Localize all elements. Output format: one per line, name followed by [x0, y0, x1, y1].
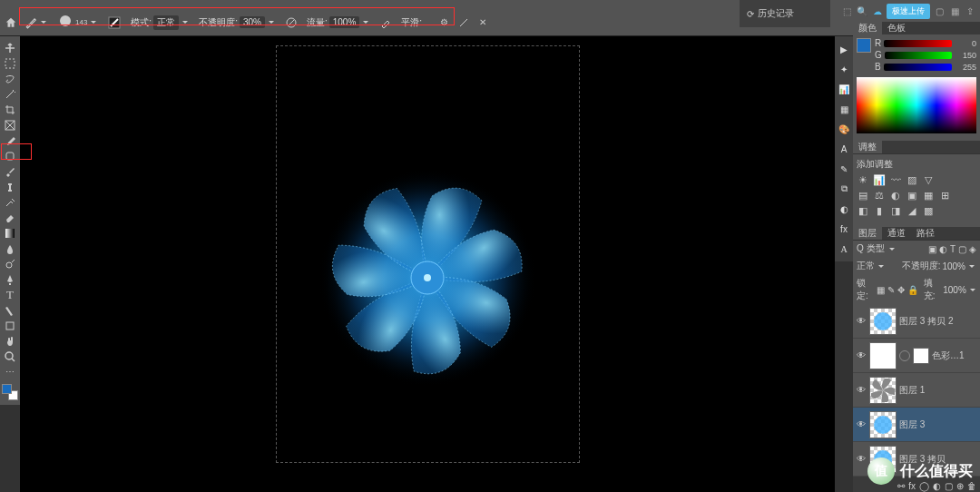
layer-row[interactable]: 👁图层 3: [853, 408, 980, 442]
b-value[interactable]: 255: [955, 63, 976, 72]
swatch-icon[interactable]: 🎨: [837, 122, 851, 136]
tab-paths[interactable]: 路径: [911, 227, 940, 240]
search-icon[interactable]: 🔍: [856, 5, 868, 17]
layer-row[interactable]: 👁色彩…1: [853, 339, 980, 373]
box-icon[interactable]: ▢: [933, 5, 946, 17]
canvas[interactable]: [276, 45, 580, 463]
thresh-icon[interactable]: ◨: [889, 204, 902, 217]
g-value[interactable]: 150: [955, 51, 976, 60]
mixer-icon[interactable]: ▦: [922, 189, 935, 202]
lookup-icon[interactable]: ⊞: [938, 189, 951, 202]
bw-icon[interactable]: ◐: [889, 189, 902, 202]
blur-tool[interactable]: [1, 241, 19, 256]
fg-swatch[interactable]: [2, 384, 12, 394]
layer-name[interactable]: 图层 3 拷贝 2: [899, 315, 977, 328]
dodge-tool[interactable]: [1, 256, 19, 271]
levels-icon[interactable]: 📊: [873, 173, 886, 186]
flow-input[interactable]: 100%: [329, 16, 360, 28]
symmetry-icon[interactable]: ✕: [476, 17, 489, 27]
gradient-tool[interactable]: [1, 225, 19, 241]
nav-icon[interactable]: ▦: [837, 102, 851, 116]
opacity-input[interactable]: 30%: [240, 16, 265, 28]
stamp-tool[interactable]: [1, 179, 19, 194]
zoom-tool[interactable]: [1, 349, 19, 364]
cloud-upload-button[interactable]: 极速上传: [887, 4, 930, 19]
layer-row[interactable]: 👁图层 1: [853, 373, 980, 408]
sparkle-icon[interactable]: ✦: [837, 62, 851, 76]
curves-icon[interactable]: 〰: [889, 173, 902, 186]
tab-channels[interactable]: 通道: [882, 227, 911, 240]
balance-icon[interactable]: ⚖: [873, 189, 886, 202]
pressure-opacity-icon[interactable]: [282, 16, 300, 29]
filter-shape-icon[interactable]: ▢: [958, 244, 966, 254]
lasso-tool[interactable]: [1, 71, 19, 86]
histogram-icon[interactable]: 📊: [837, 82, 851, 96]
eyedropper-tool[interactable]: [1, 133, 19, 148]
type-tool[interactable]: T: [1, 287, 19, 302]
filter-adjust-icon[interactable]: ◐: [939, 244, 947, 254]
photo-icon[interactable]: ▣: [906, 189, 918, 202]
brightness-icon[interactable]: ☀: [857, 173, 869, 186]
eraser-tool[interactable]: [1, 210, 19, 225]
move-tool[interactable]: [1, 40, 19, 55]
grad-icon[interactable]: ◢: [906, 204, 918, 217]
r-slider[interactable]: [884, 40, 952, 47]
play-icon[interactable]: ▶: [837, 42, 851, 56]
pen-tool[interactable]: [1, 271, 19, 287]
layer-row[interactable]: 👁图层 3 拷贝 2: [853, 304, 980, 339]
brush-panel-icon[interactable]: ✎: [837, 162, 851, 176]
heal-tool[interactable]: [1, 148, 19, 163]
gear-icon[interactable]: ⚙: [437, 17, 451, 27]
eye-icon[interactable]: 👁: [856, 454, 867, 465]
char-icon[interactable]: A: [837, 241, 851, 256]
layer-name[interactable]: 色彩…1: [932, 349, 977, 362]
lock-pos-icon[interactable]: ✥: [897, 285, 905, 295]
history-brush-tool[interactable]: [1, 194, 19, 210]
brush-preset[interactable]: 143: [54, 15, 101, 31]
vibrance-icon[interactable]: ▽: [922, 173, 935, 186]
text-icon[interactable]: A: [837, 142, 851, 156]
clone-icon[interactable]: ⧉: [837, 182, 851, 196]
share-icon[interactable]: ⬚: [840, 5, 853, 17]
b-slider[interactable]: [884, 64, 952, 71]
color-swatches[interactable]: [1, 383, 19, 401]
mode-select[interactable]: 正常: [153, 15, 179, 30]
filter-pixel-icon[interactable]: ▣: [928, 244, 936, 254]
eye-icon[interactable]: 👁: [856, 385, 867, 396]
tablet-icon[interactable]: [455, 16, 473, 29]
color-spectrum[interactable]: [857, 77, 976, 133]
eye-icon[interactable]: 👁: [856, 419, 867, 430]
brush-tool-icon[interactable]: [22, 16, 51, 29]
frame-tool[interactable]: [1, 117, 19, 133]
g-slider[interactable]: [885, 52, 952, 59]
lock-paint-icon[interactable]: ✎: [887, 285, 895, 295]
tab-color[interactable]: 颜色: [853, 22, 882, 34]
r-value[interactable]: 0: [955, 39, 976, 48]
chevron-down-icon[interactable]: [89, 18, 98, 27]
select-icon[interactable]: ▩: [922, 204, 935, 217]
history-panel[interactable]: ⟳ 历史记录: [740, 0, 830, 27]
lock-all-icon[interactable]: 🔒: [907, 285, 918, 295]
home-icon[interactable]: [4, 15, 18, 30]
wand-tool[interactable]: [1, 86, 19, 102]
invert-icon[interactable]: ◧: [857, 204, 869, 217]
more-tools[interactable]: ⋯: [1, 364, 19, 379]
lock-trans-icon[interactable]: ▦: [877, 285, 885, 295]
marquee-tool[interactable]: [1, 55, 19, 71]
exposure-icon[interactable]: ▨: [906, 173, 918, 186]
filter-type-icon[interactable]: T: [950, 244, 956, 254]
airbrush-icon[interactable]: [377, 16, 395, 29]
tab-layers[interactable]: 图层: [853, 227, 882, 240]
hand-tool[interactable]: [1, 333, 19, 349]
eye-icon[interactable]: 👁: [856, 350, 867, 361]
layer-opacity[interactable]: 100%: [942, 261, 965, 271]
filter-smart-icon[interactable]: ◈: [969, 244, 976, 254]
grid-icon[interactable]: ▦: [948, 5, 961, 17]
share2-icon[interactable]: ⇪: [964, 5, 976, 17]
blend-mode-select[interactable]: 正常: [857, 260, 875, 272]
brush-panel-icon[interactable]: [104, 15, 124, 30]
path-tool[interactable]: [1, 302, 19, 318]
cloud-icon[interactable]: ☁: [871, 5, 884, 17]
color-preview[interactable]: [857, 38, 871, 53]
chevron-down-icon[interactable]: [39, 18, 48, 27]
